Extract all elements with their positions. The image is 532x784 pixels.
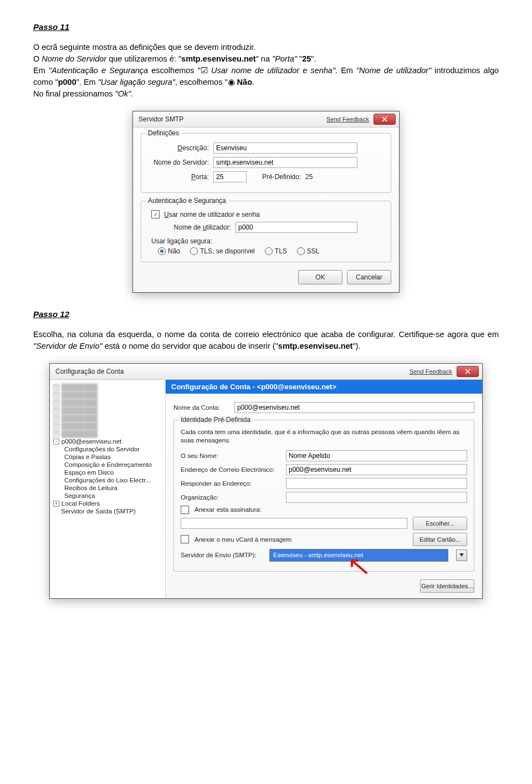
org-input[interactable]: [286, 492, 467, 503]
radio-tls-label: TLS: [275, 247, 287, 255]
send-feedback-link[interactable]: Send Feedback: [410, 368, 452, 375]
account-sidebar: +████████ +████████ +████████ +████████ …: [50, 380, 166, 598]
send-feedback-link[interactable]: Send Feedback: [326, 116, 369, 123]
sidebar-subitem[interactable]: Espaço em Disco: [64, 469, 163, 476]
manage-identities-button[interactable]: Gerir Identidades...: [420, 579, 474, 593]
radio-ssl-label: SSL: [307, 247, 320, 255]
server-input[interactable]: [213, 157, 357, 168]
port-input[interactable]: [213, 171, 247, 182]
sidebar-subitem[interactable]: Recibos de Leitura: [64, 484, 163, 492]
sidebar-subitem[interactable]: Segurança: [64, 492, 163, 500]
account-right-pane: Configuração de Conta - <p000@esenviseu.…: [166, 380, 482, 598]
step12-title: Passo 12: [33, 309, 499, 319]
account-name-input[interactable]: [234, 402, 474, 413]
predef-value: 25: [305, 173, 313, 181]
attach-signature-label: Anexar esta assinatura:: [195, 506, 262, 513]
predef-label: Pré-Definido:: [262, 173, 301, 181]
email-input[interactable]: [286, 464, 467, 475]
use-user-checkbox[interactable]: [151, 210, 160, 218]
sidebar-subitem[interactable]: Configurações do Servidor: [64, 445, 163, 453]
send-server-value: Esenviseu - smtp.esenviseu.net: [273, 552, 363, 558]
sidebar-local-folders[interactable]: + Local Folders: [52, 500, 163, 507]
port-label: Porta:: [148, 173, 209, 181]
smtp-title: Servidor SMTP: [139, 115, 326, 123]
choose-button[interactable]: Escolher...: [413, 517, 467, 530]
username-label: Nome de utilizador:: [165, 223, 231, 231]
radio-no-label: Não: [168, 247, 180, 255]
smtp-titlebar: Servidor SMTP Send Feedback: [133, 111, 399, 128]
step11-paragraph: O ecrã seguinte mostra as definições que…: [33, 42, 499, 100]
account-config-dialog: Configuração de Conta Send Feedback +███…: [49, 363, 483, 599]
account-title: Configuração de Conta: [55, 368, 410, 375]
attach-vcard-label: Anexar o meu vCard à mensagem: [195, 536, 291, 543]
username-input[interactable]: [236, 222, 357, 233]
send-server-select[interactable]: Esenviseu - smtp.esenviseu.net: [269, 549, 448, 562]
account-header: Configuração de Conta - <p000@esenviseu.…: [166, 380, 482, 394]
account-name-label: Nome da Conta:: [173, 404, 229, 411]
your-name-input[interactable]: [286, 450, 467, 461]
org-label: Organização:: [181, 494, 280, 501]
reply-input[interactable]: [286, 478, 467, 489]
description-label: Descrição:: [148, 144, 209, 152]
identity-desc: Cada conta tem uma identidade, que é a i…: [181, 428, 467, 445]
dropdown-icon[interactable]: [456, 549, 467, 561]
radio-tlsif-label: TLS, se disponível: [200, 247, 255, 255]
smtp-dialog: Servidor SMTP Send Feedback Definições D…: [132, 111, 400, 293]
attach-signature-checkbox[interactable]: [181, 506, 189, 514]
edit-card-button[interactable]: Editar Cartão...: [413, 533, 467, 546]
signature-path-input[interactable]: [181, 518, 407, 529]
account-titlebar: Configuração de Conta Send Feedback: [50, 364, 482, 380]
secure-label: Usar ligação segura:: [151, 237, 384, 245]
sidebar-account-label: p000@esenviseu.net: [62, 438, 121, 445]
server-label: Nome do Servidor:: [148, 159, 209, 166]
radio-ssl[interactable]: [297, 247, 305, 255]
radio-no[interactable]: [158, 247, 166, 255]
ok-button[interactable]: OK: [298, 270, 342, 284]
reply-label: Responder ao Endereço:: [181, 480, 280, 487]
identity-legend: Identidade Pré-Definida: [178, 416, 253, 424]
use-user-label: Usar nome de utilizador e senha: [164, 211, 260, 218]
red-arrow-icon: [347, 558, 370, 575]
attach-vcard-checkbox[interactable]: [181, 535, 189, 543]
auth-group: Autenticação e Segurança Usar nome de ut…: [141, 201, 391, 262]
collapse-icon[interactable]: -: [53, 439, 59, 445]
email-label: Endereço de Correio Electrónico:: [181, 466, 280, 473]
sidebar-subitem[interactable]: Composição e Endereçamento: [64, 461, 163, 469]
description-input[interactable]: [213, 142, 357, 154]
radio-tlsif[interactable]: [190, 247, 198, 255]
definitions-legend: Definições: [146, 129, 181, 137]
step11-title: Passo 11: [33, 22, 499, 32]
cancel-button[interactable]: Cancelar: [347, 270, 391, 284]
sidebar-smtp-label: Servidor de Saída (SMTP): [61, 508, 136, 515]
close-icon[interactable]: [374, 114, 396, 125]
sidebar-subitem[interactable]: Cópias e Pastas: [64, 453, 163, 461]
sidebar-smtp-out[interactable]: Servidor de Saída (SMTP): [60, 507, 163, 515]
sidebar-account[interactable]: - p000@esenviseu.net: [52, 437, 163, 445]
definitions-group: Definições Descrição: Nome do Servidor: …: [141, 133, 391, 193]
radio-tls[interactable]: [265, 247, 273, 255]
step12-paragraph: Escolha, na coluna da esquerda, o nome d…: [33, 329, 499, 352]
your-name-label: O seu Nome:: [181, 452, 280, 459]
sidebar-subitem[interactable]: Configurações do Lixo Electr...: [64, 476, 163, 484]
sidebar-local-label: Local Folders: [62, 500, 100, 507]
identity-group: Identidade Pré-Definida Cada conta tem u…: [173, 420, 474, 572]
expand-icon[interactable]: +: [53, 501, 59, 507]
send-server-label: Servidor de Envio (SMTP):: [181, 552, 264, 558]
auth-legend: Autenticação e Segurança: [146, 197, 228, 205]
close-icon[interactable]: [457, 366, 479, 377]
